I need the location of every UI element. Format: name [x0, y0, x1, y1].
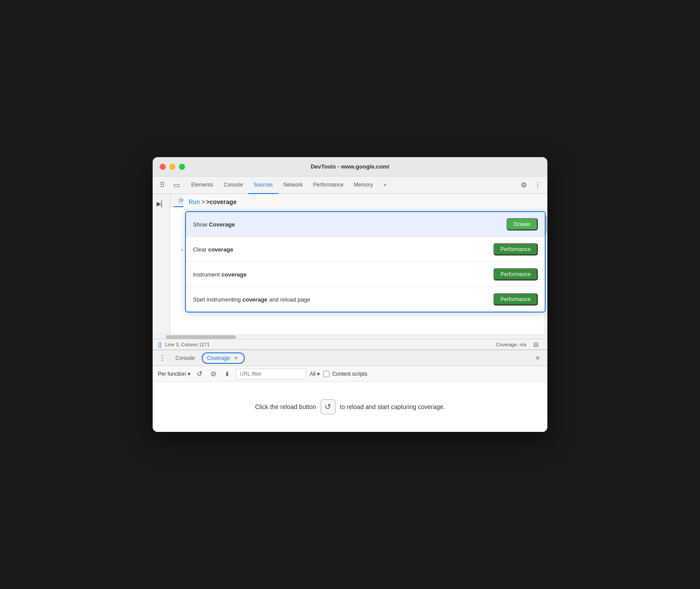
coverage-content: Click the reload button ↺ to reload and …: [153, 382, 547, 432]
coverage-tab-close[interactable]: ×: [232, 355, 239, 362]
performance-badge-3[interactable]: Performance: [493, 293, 538, 305]
tab-sources[interactable]: Sources: [248, 176, 278, 194]
reload-icon: ↺: [325, 402, 331, 412]
tab-console[interactable]: Console: [218, 176, 248, 194]
main-tab-bar: ⠿ ▭ Elements Console Sources Network Per…: [153, 176, 547, 194]
tab-elements[interactable]: Elements: [186, 176, 218, 194]
tab-bar-icons: ⠿ ▭: [156, 179, 182, 191]
command-overlay: Run >>coverage Show Coverage Drawer: [183, 194, 547, 313]
coverage-toolbar: Per function ▾ ↺ ⊘ ⬇ All ▾ Content scrip…: [153, 366, 547, 382]
content-scripts-checkbox[interactable]: [323, 371, 329, 377]
tab-performance[interactable]: Performance: [308, 176, 349, 194]
horizontal-scrollbar[interactable]: [153, 334, 547, 339]
url-filter-input[interactable]: [236, 369, 306, 379]
h-scrollbar-thumb: [166, 335, 236, 339]
tab-memory[interactable]: Memory: [349, 176, 378, 194]
drawer-panel: ⋮ Console Coverage × × Per function ▾ ↺ …: [153, 349, 547, 432]
status-bar: {} Line 3, Column 1271 Coverage: n/a ⊟: [153, 339, 547, 349]
drawer-badge[interactable]: Drawer: [507, 218, 538, 230]
coverage-status: Coverage: n/a: [496, 342, 526, 347]
sidebar-panel: ▶▏: [153, 194, 170, 334]
window-title: DevTools - www.google.com/: [311, 163, 389, 170]
reload-icon-box: ↺: [321, 399, 336, 414]
tab-more[interactable]: »: [378, 176, 392, 194]
code-area: (ind... – – –: [170, 194, 547, 334]
device-toolbar-icon[interactable]: ▭: [170, 179, 182, 191]
status-right-icon[interactable]: ⊟: [530, 338, 542, 351]
close-button[interactable]: [160, 164, 166, 170]
devtools-window: DevTools - www.google.com/ ⠿ ▭ Elements …: [153, 157, 547, 432]
main-area: ▶▏ (ind... – –: [153, 194, 547, 334]
per-function-label: Per function: [158, 371, 186, 377]
cmd-show-coverage[interactable]: Show Coverage Drawer: [186, 212, 545, 237]
per-function-dropdown[interactable]: Per function ▾: [158, 371, 190, 377]
drawer-menu-icon[interactable]: ⋮: [156, 352, 168, 364]
drawer-coverage-tab[interactable]: Coverage ×: [202, 352, 245, 364]
drawer-close-btn[interactable]: ×: [532, 352, 544, 364]
settings-icon[interactable]: ⚙: [518, 179, 530, 191]
sidebar-toggle-btn[interactable]: ▶▏: [155, 198, 168, 210]
drawer-tab-bar: ⋮ Console Coverage × ×: [153, 350, 547, 366]
per-function-chevron: ▾: [188, 371, 190, 377]
brackets-icon: {}: [158, 341, 162, 348]
performance-badge-2[interactable]: Performance: [493, 268, 538, 280]
cmd-start-instrumenting[interactable]: Start instrumenting coverage and reload …: [186, 287, 545, 312]
drawer-console-tab[interactable]: Console: [170, 350, 200, 366]
command-text: >: [202, 198, 205, 205]
run-label: Run: [189, 198, 200, 205]
command-bold: >coverage: [206, 198, 237, 205]
window-controls: [160, 164, 185, 170]
command-dropdown: Show Coverage Drawer Clear coverage Perf…: [185, 211, 546, 312]
clear-coverage-btn[interactable]: ⊘: [208, 369, 218, 379]
inspect-icon[interactable]: ⠿: [156, 179, 168, 191]
reload-coverage-btn[interactable]: ↺: [194, 369, 204, 379]
content-scripts-label[interactable]: Content scripts: [323, 371, 367, 377]
maximize-button[interactable]: [179, 164, 185, 170]
reload-message-suffix: to reload and start capturing coverage.: [340, 403, 445, 410]
devtools-body: ⠿ ▭ Elements Console Sources Network Per…: [153, 176, 547, 432]
performance-badge-1[interactable]: Performance: [493, 243, 538, 255]
reload-message: Click the reload button ↺ to reload and …: [255, 399, 445, 414]
minimize-button[interactable]: [169, 164, 175, 170]
tab-network[interactable]: Network: [278, 176, 308, 194]
download-btn[interactable]: ⬇: [222, 369, 232, 379]
title-bar: DevTools - www.google.com/: [153, 157, 547, 176]
status-bar-right: Coverage: n/a ⊟: [496, 338, 542, 351]
status-position: Line 3, Column 1271: [165, 342, 210, 347]
cmd-clear-coverage[interactable]: Clear coverage Performance: [186, 237, 545, 262]
all-dropdown[interactable]: All ▾: [310, 371, 320, 377]
tab-right-icons: ⚙ ⋮: [518, 179, 544, 191]
command-input-bar: Run >>coverage: [183, 194, 547, 210]
more-options-icon[interactable]: ⋮: [532, 179, 544, 191]
reload-message-prefix: Click the reload button: [255, 403, 316, 410]
cmd-instrument-coverage[interactable]: Instrument coverage Performance: [186, 262, 545, 287]
